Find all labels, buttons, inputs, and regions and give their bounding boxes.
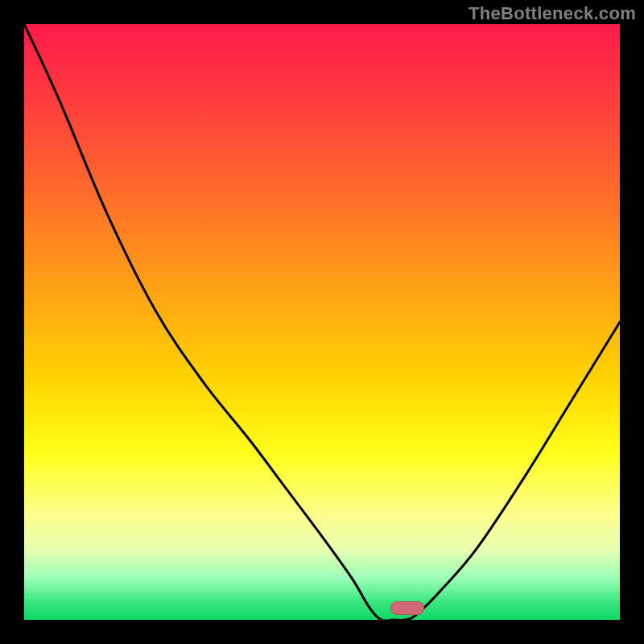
watermark-text: TheBottleneck.com [469,3,636,24]
bottleneck-curve [24,24,620,620]
chart-plot-area [24,24,620,620]
chart-frame: TheBottleneck.com [0,0,644,644]
optimal-marker [390,601,424,615]
